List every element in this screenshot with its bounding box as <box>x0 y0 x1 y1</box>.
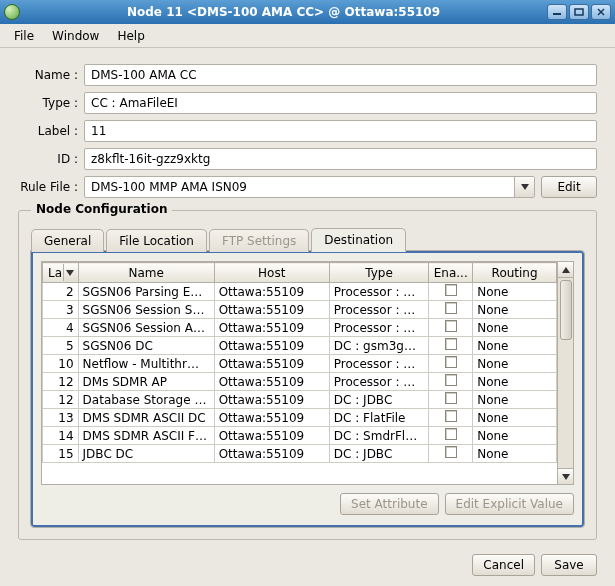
table-row[interactable]: 13DMS SDMR ASCII DCOttawa:55109DC : Flat… <box>43 409 557 427</box>
cell-type: DC : JDBC <box>329 391 428 409</box>
cell-enabled[interactable] <box>429 391 473 409</box>
cancel-button[interactable]: Cancel <box>472 554 535 576</box>
cell-enabled[interactable] <box>429 427 473 445</box>
checkbox-icon[interactable] <box>445 356 457 368</box>
cell-enabled[interactable] <box>429 355 473 373</box>
edit-explicit-value-button: Edit Explicit Value <box>445 493 574 515</box>
table-row[interactable]: 2SGSN06 Parsing E…Ottawa:55109Processor … <box>43 283 557 301</box>
scroll-down-icon[interactable] <box>558 468 573 484</box>
table-row[interactable]: 10Netflow - Multithr…Ottawa:55109Process… <box>43 355 557 373</box>
cell-name: DMS SDMR ASCII F… <box>78 427 214 445</box>
tab-general[interactable]: General <box>31 229 104 252</box>
cell-routing: None <box>473 355 557 373</box>
cell-type: DC : JDBC <box>329 445 428 463</box>
checkbox-icon[interactable] <box>445 446 457 458</box>
checkbox-icon[interactable] <box>445 338 457 350</box>
cell-type: Processor : … <box>329 355 428 373</box>
cell-type: Processor : … <box>329 301 428 319</box>
scroll-up-icon[interactable] <box>558 262 573 278</box>
destination-table-wrap: La... Name Host Type Ena... Routing <box>41 261 574 485</box>
cell-enabled[interactable] <box>429 373 473 391</box>
cell-enabled[interactable] <box>429 283 473 301</box>
table-row[interactable]: 12DMs SDMR APOttawa:55109Processor : …No… <box>43 373 557 391</box>
chevron-down-icon[interactable] <box>514 177 534 197</box>
column-la[interactable]: La... <box>43 263 79 283</box>
cell-enabled[interactable] <box>429 409 473 427</box>
cell-la: 3 <box>43 301 79 319</box>
cell-routing: None <box>473 391 557 409</box>
checkbox-icon[interactable] <box>445 320 457 332</box>
column-routing[interactable]: Routing <box>473 263 557 283</box>
label-label: Label : <box>18 124 78 138</box>
rulefile-value: DMS-100 MMP AMA ISN09 <box>85 180 514 194</box>
group-title: Node Configuration <box>31 202 172 216</box>
svg-rect-1 <box>575 9 583 15</box>
cell-enabled[interactable] <box>429 301 473 319</box>
cell-la: 5 <box>43 337 79 355</box>
window-body: Name : Type : Label : ID : Rule File : <box>0 48 615 586</box>
cell-name: Netflow - Multithr… <box>78 355 214 373</box>
cell-routing: None <box>473 445 557 463</box>
cell-type: Processor : … <box>329 319 428 337</box>
checkbox-icon[interactable] <box>445 374 457 386</box>
cell-type: DC : SmdrFl… <box>329 427 428 445</box>
column-type[interactable]: Type <box>329 263 428 283</box>
cell-type: Processor : … <box>329 373 428 391</box>
checkbox-icon[interactable] <box>445 428 457 440</box>
maximize-button[interactable] <box>569 4 589 20</box>
edit-rulefile-button[interactable]: Edit <box>541 176 597 198</box>
table-row[interactable]: 5SGSN06 DCOttawa:55109DC : gsm3g…None <box>43 337 557 355</box>
table-row[interactable]: 15JDBC DCOttawa:55109DC : JDBCNone <box>43 445 557 463</box>
table-row[interactable]: 12Database Storage …Ottawa:55109DC : JDB… <box>43 391 557 409</box>
cell-name: SGSN06 DC <box>78 337 214 355</box>
minimize-button[interactable] <box>547 4 567 20</box>
type-field <box>84 92 597 114</box>
name-field[interactable] <box>84 64 597 86</box>
menu-window[interactable]: Window <box>44 26 107 46</box>
cell-host: Ottawa:55109 <box>214 301 329 319</box>
cell-la: 12 <box>43 373 79 391</box>
table-row[interactable]: 3SGSN06 Session S…Ottawa:55109Processor … <box>43 301 557 319</box>
label-field <box>84 120 597 142</box>
checkbox-icon[interactable] <box>445 392 457 404</box>
column-name[interactable]: Name <box>78 263 214 283</box>
table-row[interactable]: 14DMS SDMR ASCII F…Ottawa:55109DC : Smdr… <box>43 427 557 445</box>
cell-host: Ottawa:55109 <box>214 391 329 409</box>
column-sort-icon[interactable] <box>63 264 77 281</box>
cell-enabled[interactable] <box>429 445 473 463</box>
cell-enabled[interactable] <box>429 337 473 355</box>
cell-la: 4 <box>43 319 79 337</box>
column-enabled[interactable]: Ena... <box>429 263 473 283</box>
menu-bar: File Window Help <box>0 24 615 48</box>
save-button[interactable]: Save <box>541 554 597 576</box>
menu-help[interactable]: Help <box>109 26 152 46</box>
checkbox-icon[interactable] <box>445 302 457 314</box>
svg-rect-0 <box>553 13 561 15</box>
column-host[interactable]: Host <box>214 263 329 283</box>
cell-name: DMS SDMR ASCII DC <box>78 409 214 427</box>
tab-pane-destination: La... Name Host Type Ena... Routing <box>31 251 584 527</box>
cell-routing: None <box>473 337 557 355</box>
tab-ftp-settings: FTP Settings <box>209 229 309 252</box>
scroll-thumb[interactable] <box>560 280 572 340</box>
tabs-row: General File Location FTP Settings Desti… <box>31 227 584 251</box>
checkbox-icon[interactable] <box>445 284 457 296</box>
cell-host: Ottawa:55109 <box>214 409 329 427</box>
cell-la: 12 <box>43 391 79 409</box>
table-row[interactable]: 4SGSN06 Session A…Ottawa:55109Processor … <box>43 319 557 337</box>
close-button[interactable] <box>591 4 611 20</box>
tab-destination[interactable]: Destination <box>311 228 406 252</box>
cell-name: DMs SDMR AP <box>78 373 214 391</box>
cell-enabled[interactable] <box>429 319 473 337</box>
label-type: Type : <box>18 96 78 110</box>
checkbox-icon[interactable] <box>445 410 457 422</box>
cell-name: JDBC DC <box>78 445 214 463</box>
svg-marker-6 <box>562 267 570 273</box>
label-rulefile: Rule File : <box>18 180 78 194</box>
table-scrollbar[interactable] <box>557 262 573 484</box>
cell-la: 2 <box>43 283 79 301</box>
rulefile-combo[interactable]: DMS-100 MMP AMA ISN09 <box>84 176 535 198</box>
cell-routing: None <box>473 409 557 427</box>
menu-file[interactable]: File <box>6 26 42 46</box>
tab-file-location[interactable]: File Location <box>106 229 207 252</box>
